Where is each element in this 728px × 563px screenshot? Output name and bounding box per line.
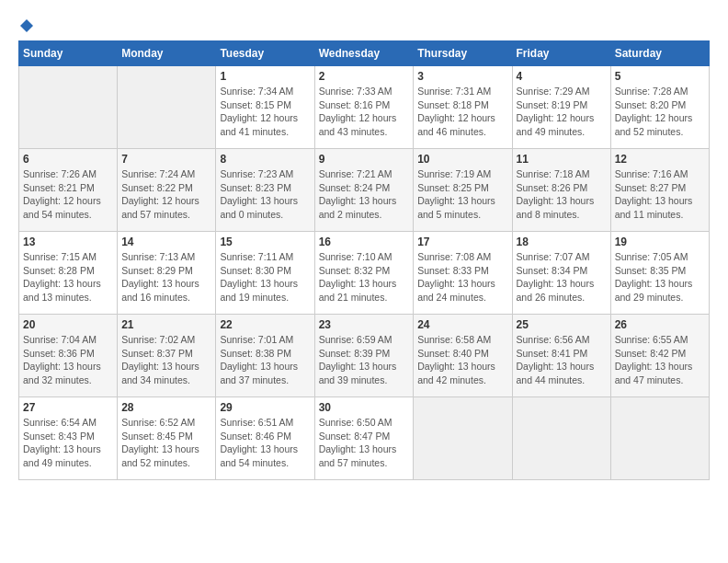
day-number: 1 — [220, 70, 310, 83]
day-number: 8 — [220, 153, 310, 166]
calendar-cell: 7Sunrise: 7:24 AM Sunset: 8:22 PM Daylig… — [118, 149, 216, 232]
calendar-cell: 10Sunrise: 7:19 AM Sunset: 8:25 PM Dayli… — [414, 149, 512, 232]
day-number: 10 — [417, 153, 507, 166]
calendar-cell: 22Sunrise: 7:01 AM Sunset: 8:38 PM Dayli… — [216, 315, 314, 397]
day-number: 18 — [517, 236, 607, 248]
calendar-cell: 2Sunrise: 7:33 AM Sunset: 8:16 PM Daylig… — [314, 66, 414, 149]
day-number: 6 — [23, 153, 113, 166]
day-info: Sunrise: 6:52 AM Sunset: 8:45 PM Dayligh… — [121, 416, 211, 470]
day-number: 15 — [220, 236, 310, 248]
day-number: 11 — [517, 153, 607, 166]
day-number: 17 — [417, 236, 507, 248]
calendar-cell — [610, 397, 709, 480]
day-info: Sunrise: 6:55 AM Sunset: 8:42 PM Dayligh… — [615, 333, 705, 387]
calendar-week-5: 27Sunrise: 6:54 AM Sunset: 8:43 PM Dayli… — [19, 397, 710, 480]
day-number: 12 — [615, 153, 705, 166]
calendar-cell: 30Sunrise: 6:50 AM Sunset: 8:47 PM Dayli… — [314, 397, 414, 480]
day-info: Sunrise: 7:23 AM Sunset: 8:23 PM Dayligh… — [220, 167, 310, 222]
weekday-header-sunday: Sunday — [19, 41, 118, 66]
calendar-header: SundayMondayTuesdayWednesdayThursdayFrid… — [19, 41, 710, 66]
calendar-cell: 12Sunrise: 7:16 AM Sunset: 8:27 PM Dayli… — [610, 149, 709, 232]
calendar-cell: 21Sunrise: 7:02 AM Sunset: 8:37 PM Dayli… — [118, 315, 216, 397]
day-info: Sunrise: 7:34 AM Sunset: 8:15 PM Dayligh… — [220, 85, 310, 139]
day-number: 3 — [417, 70, 507, 83]
calendar-cell — [118, 66, 216, 149]
weekday-header-monday: Monday — [118, 41, 216, 66]
day-number: 13 — [23, 236, 113, 248]
day-number: 30 — [319, 401, 410, 414]
calendar-cell: 17Sunrise: 7:08 AM Sunset: 8:33 PM Dayli… — [414, 232, 512, 315]
logo-icon — [19, 18, 34, 33]
day-info: Sunrise: 7:28 AM Sunset: 8:20 PM Dayligh… — [615, 85, 705, 139]
calendar-cell: 9Sunrise: 7:21 AM Sunset: 8:24 PM Daylig… — [314, 149, 414, 232]
day-number: 28 — [121, 401, 211, 414]
calendar-cell: 29Sunrise: 6:51 AM Sunset: 8:46 PM Dayli… — [216, 397, 314, 480]
day-info: Sunrise: 7:18 AM Sunset: 8:26 PM Dayligh… — [517, 167, 607, 222]
logo — [18, 18, 34, 35]
calendar-cell: 23Sunrise: 6:59 AM Sunset: 8:39 PM Dayli… — [314, 315, 414, 397]
calendar-cell: 4Sunrise: 7:29 AM Sunset: 8:19 PM Daylig… — [512, 66, 610, 149]
page-header — [18, 18, 710, 35]
calendar-cell — [19, 66, 118, 149]
calendar-cell: 1Sunrise: 7:34 AM Sunset: 8:15 PM Daylig… — [216, 66, 314, 149]
day-info: Sunrise: 6:51 AM Sunset: 8:46 PM Dayligh… — [220, 416, 310, 470]
day-number: 9 — [319, 153, 410, 166]
calendar-cell: 19Sunrise: 7:05 AM Sunset: 8:35 PM Dayli… — [610, 232, 709, 315]
day-info: Sunrise: 7:07 AM Sunset: 8:34 PM Dayligh… — [517, 250, 607, 304]
weekday-header-saturday: Saturday — [610, 41, 709, 66]
day-number: 25 — [517, 318, 607, 331]
calendar-cell: 28Sunrise: 6:52 AM Sunset: 8:45 PM Dayli… — [118, 397, 216, 480]
day-number: 23 — [319, 318, 410, 331]
weekday-header-wednesday: Wednesday — [314, 41, 414, 66]
calendar-cell: 11Sunrise: 7:18 AM Sunset: 8:26 PM Dayli… — [512, 149, 610, 232]
day-info: Sunrise: 7:10 AM Sunset: 8:32 PM Dayligh… — [319, 250, 410, 304]
day-info: Sunrise: 7:02 AM Sunset: 8:37 PM Dayligh… — [121, 333, 211, 387]
calendar-week-2: 6Sunrise: 7:26 AM Sunset: 8:21 PM Daylig… — [19, 149, 710, 232]
calendar-cell: 5Sunrise: 7:28 AM Sunset: 8:20 PM Daylig… — [610, 66, 709, 149]
day-number: 21 — [121, 318, 211, 331]
day-number: 2 — [319, 70, 410, 83]
calendar-cell: 8Sunrise: 7:23 AM Sunset: 8:23 PM Daylig… — [216, 149, 314, 232]
calendar-week-1: 1Sunrise: 7:34 AM Sunset: 8:15 PM Daylig… — [19, 66, 710, 149]
day-info: Sunrise: 7:13 AM Sunset: 8:29 PM Dayligh… — [121, 250, 211, 304]
day-number: 24 — [417, 318, 507, 331]
day-info: Sunrise: 7:11 AM Sunset: 8:30 PM Dayligh… — [220, 250, 310, 304]
calendar-cell: 13Sunrise: 7:15 AM Sunset: 8:28 PM Dayli… — [19, 232, 118, 315]
day-number: 27 — [23, 401, 113, 414]
day-number: 29 — [220, 401, 310, 414]
calendar-week-3: 13Sunrise: 7:15 AM Sunset: 8:28 PM Dayli… — [19, 232, 710, 315]
day-info: Sunrise: 7:29 AM Sunset: 8:19 PM Dayligh… — [517, 85, 607, 139]
day-number: 16 — [319, 236, 410, 248]
day-info: Sunrise: 7:01 AM Sunset: 8:38 PM Dayligh… — [220, 333, 310, 387]
day-info: Sunrise: 6:54 AM Sunset: 8:43 PM Dayligh… — [23, 416, 113, 470]
calendar-cell: 18Sunrise: 7:07 AM Sunset: 8:34 PM Dayli… — [512, 232, 610, 315]
day-info: Sunrise: 6:59 AM Sunset: 8:39 PM Dayligh… — [319, 333, 410, 387]
calendar-cell: 27Sunrise: 6:54 AM Sunset: 8:43 PM Dayli… — [19, 397, 118, 480]
day-info: Sunrise: 7:16 AM Sunset: 8:27 PM Dayligh… — [615, 167, 705, 222]
day-number: 7 — [121, 153, 211, 166]
calendar-cell: 25Sunrise: 6:56 AM Sunset: 8:41 PM Dayli… — [512, 315, 610, 397]
calendar-week-4: 20Sunrise: 7:04 AM Sunset: 8:36 PM Dayli… — [19, 315, 710, 397]
day-info: Sunrise: 7:15 AM Sunset: 8:28 PM Dayligh… — [23, 250, 113, 304]
calendar-cell: 3Sunrise: 7:31 AM Sunset: 8:18 PM Daylig… — [414, 66, 512, 149]
day-number: 20 — [23, 318, 113, 331]
day-info: Sunrise: 7:31 AM Sunset: 8:18 PM Dayligh… — [417, 85, 507, 139]
weekday-header-friday: Friday — [512, 41, 610, 66]
calendar-cell: 24Sunrise: 6:58 AM Sunset: 8:40 PM Dayli… — [414, 315, 512, 397]
calendar-cell — [414, 397, 512, 480]
day-info: Sunrise: 6:56 AM Sunset: 8:41 PM Dayligh… — [517, 333, 607, 387]
calendar-cell: 20Sunrise: 7:04 AM Sunset: 8:36 PM Dayli… — [19, 315, 118, 397]
day-info: Sunrise: 6:58 AM Sunset: 8:40 PM Dayligh… — [417, 333, 507, 387]
calendar-cell — [512, 397, 610, 480]
calendar-cell: 16Sunrise: 7:10 AM Sunset: 8:32 PM Dayli… — [314, 232, 414, 315]
day-info: Sunrise: 7:08 AM Sunset: 8:33 PM Dayligh… — [417, 250, 507, 304]
calendar-table: SundayMondayTuesdayWednesdayThursdayFrid… — [18, 40, 710, 480]
day-number: 19 — [615, 236, 705, 248]
day-number: 26 — [615, 318, 705, 331]
day-info: Sunrise: 7:04 AM Sunset: 8:36 PM Dayligh… — [23, 333, 113, 387]
weekday-header-tuesday: Tuesday — [216, 41, 314, 66]
day-number: 14 — [121, 236, 211, 248]
day-number: 22 — [220, 318, 310, 331]
day-info: Sunrise: 7:05 AM Sunset: 8:35 PM Dayligh… — [615, 250, 705, 304]
calendar-cell: 6Sunrise: 7:26 AM Sunset: 8:21 PM Daylig… — [19, 149, 118, 232]
